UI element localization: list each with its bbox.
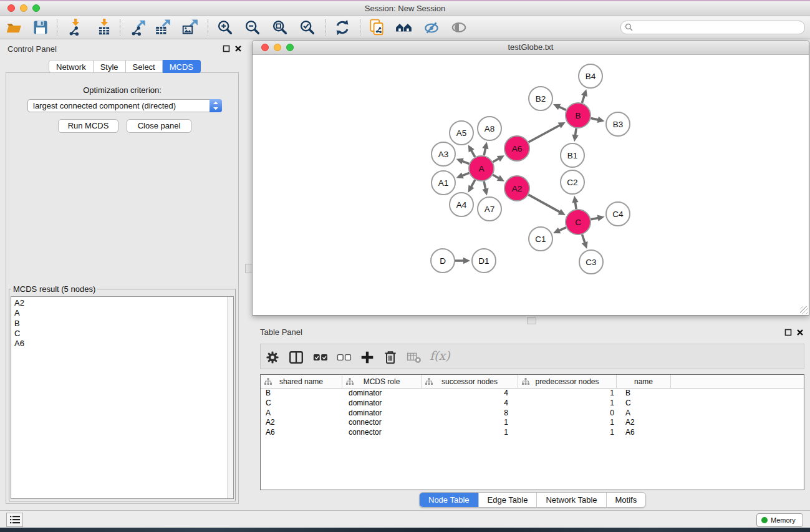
graph-edge-A-A7[interactable] [482,181,488,196]
graph-edge-A-A6[interactable] [493,155,504,162]
graph-edge-B-B3[interactable] [591,117,605,123]
graph-edge-A-A8[interactable] [482,142,488,156]
export-image-button[interactable] [181,19,199,36]
graph-edge-C-C4[interactable] [591,215,605,221]
clone-network-button[interactable] [369,19,386,36]
graph-edge-C-C2[interactable] [572,196,578,209]
mcds-result-item[interactable]: A6 [11,339,227,349]
table-row[interactable]: Adominator80A [261,409,804,418]
graph-node-A5[interactable]: A5 [450,121,473,145]
refresh-button[interactable] [334,19,351,36]
graph-edge-A-A3[interactable] [456,158,470,165]
graph-node-A4[interactable]: A4 [450,193,473,216]
graph-node-C1[interactable]: C1 [529,227,552,251]
resize-grip[interactable] [800,306,808,314]
function-builder-icon[interactable]: f(x) [430,349,450,362]
table-row[interactable]: Cdominator41C [261,399,804,409]
deselect-all-icon[interactable] [337,350,352,365]
column-header-successor-nodes[interactable]: successor nodes [422,375,518,388]
close-window-button[interactable] [7,4,15,12]
table-settings-icon[interactable] [265,350,280,365]
tab-network[interactable]: Network [49,60,94,73]
graph-node-C[interactable]: C [566,210,591,235]
graph-edge-C-C3[interactable] [582,235,588,249]
column-header-shared-name[interactable]: shared name [261,375,342,388]
minimize-window-button[interactable] [20,4,27,12]
delete-table-icon[interactable] [407,350,422,365]
float-panel-icon[interactable] [784,329,792,336]
show-panel-button[interactable] [450,19,468,36]
select-all-icon[interactable] [313,350,328,365]
graph-node-C3[interactable]: C3 [579,250,603,274]
column-header-MCDS-role[interactable]: MCDS role [342,375,422,388]
tab-network-table[interactable]: Network Table [536,493,605,507]
memory-button[interactable]: Memory [756,513,803,527]
graph-node-A3[interactable]: A3 [432,142,455,166]
tab-edge-table[interactable]: Edge Table [478,493,537,507]
task-history-button[interactable] [6,513,23,527]
graph-edge-B-B2[interactable] [553,104,566,110]
export-table-button[interactable] [154,19,171,36]
graph-edge-A-A2[interactable] [493,175,504,181]
criterion-dropdown[interactable]: largest connected component (directed) [27,99,222,112]
graph-node-B2[interactable]: B2 [529,87,552,110]
graph-node-C2[interactable]: C2 [561,170,584,194]
graph-edge-C-C1[interactable] [553,228,566,234]
network-overview-button[interactable] [395,19,413,36]
graph-edge-A-A5[interactable] [468,145,475,157]
float-panel-icon[interactable] [223,45,230,52]
column-header-predecessor-nodes[interactable]: predecessor nodes [518,375,617,388]
split-view-icon[interactable] [289,350,304,365]
tab-motifs[interactable]: Motifs [606,493,646,507]
add-column-icon[interactable] [360,350,375,365]
graph-edge-A2-C[interactable] [528,195,565,215]
graph-edge-B-B1[interactable] [572,128,578,142]
tab-mcds[interactable]: MCDS [163,60,201,73]
save-session-button[interactable] [32,19,49,36]
tab-style[interactable]: Style [94,60,126,73]
tab-node-table[interactable]: Node Table [420,493,478,507]
open-session-button[interactable] [6,19,23,36]
close-panel-button[interactable]: Close panel [127,119,191,133]
hide-panel-button[interactable] [423,19,440,36]
table-row[interactable]: A2connector11A2 [261,418,804,428]
graph-node-B1[interactable]: B1 [561,143,584,167]
import-table-button[interactable] [95,19,113,36]
table-row[interactable]: Bdominator41B [261,389,804,399]
scrollbar[interactable] [227,297,233,498]
run-mcds-button[interactable]: Run MCDS [58,119,118,133]
mcds-result-item[interactable]: B [11,319,227,329]
export-network-button[interactable] [130,19,147,36]
graph-edge-B-B4[interactable] [581,89,587,103]
minimize-window-button[interactable] [274,44,281,51]
zoom-selected-button[interactable] [299,19,316,36]
graph-edge-A-A4[interactable] [468,180,475,192]
graph-node-A6[interactable]: A6 [504,136,529,161]
close-window-button[interactable] [261,44,269,51]
zoom-out-button[interactable] [244,19,261,36]
table-row[interactable]: A6connector11A6 [261,428,804,438]
column-header-name[interactable]: name [617,375,671,388]
mcds-result-item[interactable]: C [11,329,227,339]
tab-select[interactable]: Select [126,60,163,73]
mcds-result-item[interactable]: A [11,308,227,318]
graph-node-A7[interactable]: A7 [478,197,501,221]
graph-node-A[interactable]: A [469,156,494,181]
network-canvas[interactable]: AA1A2A3A4A5A6A7A8BB1B2B3B4CC1C2C3C4DD1 [253,55,809,315]
graph-node-B4[interactable]: B4 [579,64,602,88]
graph-node-C4[interactable]: C4 [606,202,630,226]
zoom-window-button[interactable] [32,4,40,12]
graph-node-A1[interactable]: A1 [432,171,455,195]
delete-column-icon[interactable] [383,350,398,365]
graph-node-A8[interactable]: A8 [478,117,501,140]
graph-node-D1[interactable]: D1 [472,249,496,273]
graph-node-B3[interactable]: B3 [606,112,630,136]
graph-edge-D-D1[interactable] [455,258,470,264]
close-panel-icon[interactable] [234,45,242,52]
graph-edge-A-A1[interactable] [456,172,470,178]
graph-node-A2[interactable]: A2 [504,176,529,201]
import-network-button[interactable] [67,19,84,36]
zoom-window-button[interactable] [286,44,294,51]
graph-edge-A6-B[interactable] [528,122,565,142]
search-input[interactable] [636,22,801,33]
